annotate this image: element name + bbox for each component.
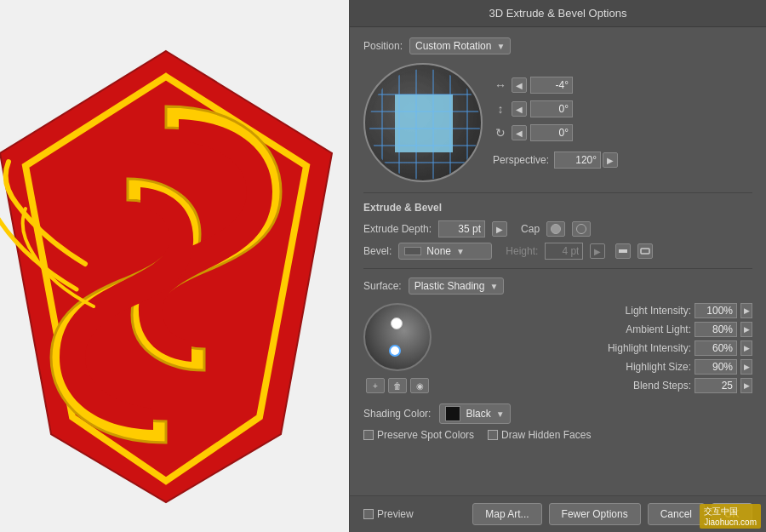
rotation-area: ↔ ◀ ↕ ◀ ↻ ◀ Perspective: (363, 63, 752, 182)
x-rotation-input[interactable] (530, 77, 573, 94)
dialog-body: Position: Custom Rotation ▼ (350, 27, 766, 495)
z-rotation-input[interactable] (530, 124, 573, 141)
shading-color-arrow: ▼ (496, 409, 505, 419)
surface-value: Plastic Shading (414, 280, 485, 292)
lighting-widget[interactable] (363, 303, 432, 371)
y-rotation-decrease[interactable]: ◀ (512, 101, 527, 117)
rotation-widget[interactable] (363, 63, 483, 182)
lighting-sphere-area: + 🗑 ◉ (363, 303, 432, 397)
preserve-spot-colors-label: Preserve Spot Colors (377, 429, 474, 441)
bevel-arrow: ▼ (456, 247, 465, 256)
bevel-btn-1[interactable] (615, 243, 631, 259)
map-art-button[interactable]: Map Art... (472, 503, 541, 525)
highlight-size-input[interactable] (695, 359, 737, 375)
superman-logo (0, 26, 349, 519)
draw-hidden-faces-checkbox[interactable] (488, 430, 498, 440)
blend-steps-increase[interactable]: ▶ (740, 378, 752, 393)
bevel-swatch (404, 247, 421, 255)
fewer-options-button[interactable]: Fewer Options (549, 503, 641, 525)
extrude-depth-increase[interactable]: ▶ (492, 221, 507, 237)
extrude-depth-row: Extrude Depth: ▶ Cap (363, 220, 752, 237)
highlight-size-row: Highlight Size: ▶ (443, 359, 752, 375)
blend-steps-row: Blend Steps: ▶ (443, 378, 752, 393)
extrude-section-title: Extrude & Bevel (363, 202, 752, 214)
watermark-line2: Jiaohucn.com (704, 518, 757, 527)
x-rotation-row: ↔ ◀ (493, 77, 618, 94)
y-rotation-input[interactable] (530, 100, 573, 117)
height-increase[interactable]: ▶ (590, 243, 605, 259)
preserve-spot-colors-checkbox[interactable] (363, 430, 374, 440)
bevel-btn-2[interactable] (637, 243, 653, 259)
back-light-button[interactable]: ◉ (410, 378, 429, 393)
height-input[interactable] (545, 243, 583, 260)
light-dot-selected[interactable] (389, 345, 401, 357)
bevel-label: Bevel: (363, 245, 392, 257)
cap-filled-button[interactable] (546, 221, 565, 237)
ambient-light-label: Ambient Light: (443, 323, 691, 335)
perspective-label: Perspective: (493, 154, 549, 166)
ambient-light-input[interactable] (695, 322, 737, 337)
light-intensity-increase[interactable]: ▶ (740, 303, 752, 318)
highlight-intensity-label: Highlight Intensity: (443, 342, 691, 354)
checkbox-row: Preserve Spot Colors Draw Hidden Faces (363, 429, 752, 441)
shading-color-row: Shading Color: Black ▼ (363, 403, 752, 424)
preserve-spot-colors-item: Preserve Spot Colors (363, 429, 474, 441)
shading-color-swatch (445, 406, 460, 421)
shading-color-dropdown[interactable]: Black ▼ (439, 403, 510, 424)
draw-hidden-faces-item: Draw Hidden Faces (488, 429, 591, 441)
grid-svg (365, 65, 483, 182)
cap-label: Cap (521, 223, 540, 235)
z-rotation-row: ↻ ◀ (493, 124, 618, 141)
bevel-row: Bevel: None ▼ Height: ▶ (363, 243, 752, 260)
rotation-controls: ↔ ◀ ↕ ◀ ↻ ◀ Perspective: (493, 63, 618, 182)
svg-rect-26 (619, 249, 627, 253)
y-rotation-row: ↕ ◀ (493, 100, 618, 117)
cap-filled-icon (551, 224, 561, 234)
light-intensity-input[interactable] (695, 303, 737, 318)
widget-buttons: + 🗑 ◉ (366, 378, 429, 393)
light-intensity-label: Light Intensity: (443, 305, 691, 317)
cancel-button[interactable]: Cancel (648, 503, 705, 525)
preview-label: Preview (377, 508, 414, 520)
z-rotation-decrease[interactable]: ◀ (512, 125, 527, 140)
dialog-panel: 3D Extrude & Bevel Options Position: Cus… (349, 0, 766, 532)
blend-steps-label: Blend Steps: (443, 380, 691, 392)
position-value: Custom Rotation (415, 40, 491, 52)
surface-arrow: ▼ (489, 282, 498, 291)
cap-hollow-button[interactable] (572, 221, 591, 237)
highlight-intensity-input[interactable] (695, 340, 737, 356)
bevel-icon-1 (618, 246, 628, 256)
svg-rect-27 (641, 249, 649, 254)
position-dropdown[interactable]: Custom Rotation ▼ (409, 37, 511, 54)
trash-button[interactable]: 🗑 (388, 378, 407, 393)
shading-color-label: Shading Color: (363, 408, 431, 420)
position-dropdown-arrow: ▼ (496, 42, 505, 51)
perspective-input[interactable] (554, 152, 601, 169)
perspective-increase[interactable]: ▶ (603, 152, 618, 168)
ambient-light-increase[interactable]: ▶ (740, 322, 752, 337)
highlight-intensity-increase[interactable]: ▶ (740, 340, 752, 356)
extrude-depth-input[interactable] (438, 220, 485, 237)
y-rotation-icon: ↕ (493, 102, 508, 116)
bevel-icon-2 (640, 246, 650, 256)
highlight-size-increase[interactable]: ▶ (740, 359, 752, 375)
dialog-title: 3D Extrude & Bevel Options (350, 0, 766, 27)
position-label: Position: (363, 40, 403, 52)
draw-hidden-faces-label: Draw Hidden Faces (501, 429, 591, 441)
surface-dropdown[interactable]: Plastic Shading ▼ (409, 277, 505, 295)
highlight-size-label: Highlight Size: (443, 361, 691, 373)
bevel-dropdown[interactable]: None ▼ (398, 243, 492, 260)
position-row: Position: Custom Rotation ▼ (363, 37, 752, 54)
add-light-button[interactable]: + (366, 378, 385, 393)
blend-steps-input[interactable] (695, 378, 737, 393)
z-rotation-icon: ↻ (493, 126, 508, 140)
light-dot-1[interactable] (391, 317, 403, 329)
preview-check: Preview (363, 508, 414, 520)
divider-2 (363, 268, 752, 269)
surface-section-title: Surface: (363, 280, 402, 292)
preview-checkbox[interactable] (363, 509, 374, 519)
x-rotation-decrease[interactable]: ◀ (512, 77, 527, 93)
extrude-depth-label: Extrude Depth: (363, 223, 432, 235)
lighting-area: + 🗑 ◉ Light Intensity: ▶ Ambient Light: … (363, 303, 752, 397)
height-label: Height: (506, 245, 538, 257)
